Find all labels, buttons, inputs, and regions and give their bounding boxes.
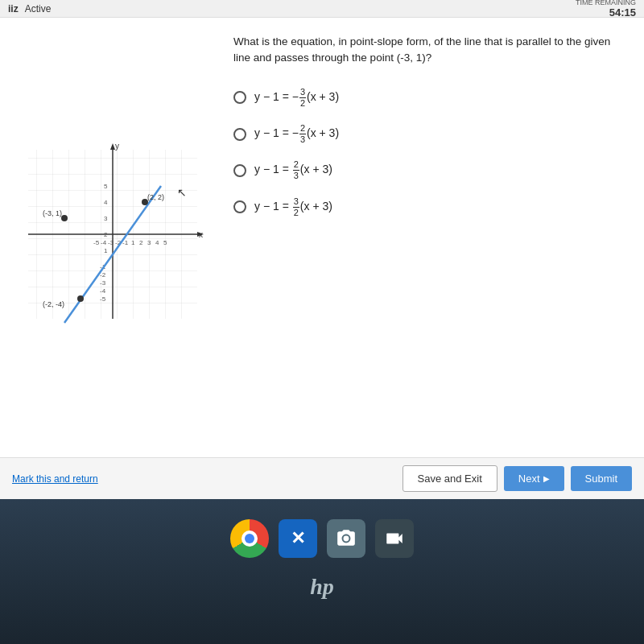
svg-text:-4: -4	[100, 287, 106, 295]
svg-text:4: 4	[104, 199, 108, 206]
svg-text:(-3, 1): (-3, 1)	[43, 209, 62, 217]
fraction-b: 23	[299, 123, 306, 145]
next-button[interactable]: Next	[504, 466, 564, 491]
question-panel: What is the equation, in point-slope for…	[217, 18, 644, 451]
graph-panel: x y -5 -4 -3 -2 -1 1 2 3 4 5 5 4 3	[0, 18, 217, 451]
coordinate-graph: x y -5 -4 -3 -2 -1 1 2 3 4 5 5 4 3	[20, 142, 205, 327]
svg-text:1: 1	[131, 239, 135, 246]
bottom-bar: Mark this and return Save and Exit Next …	[0, 457, 644, 499]
svg-text:↖: ↖	[177, 186, 187, 199]
option-b[interactable]: y − 1 = −23(x + 3)	[233, 123, 620, 145]
chrome-icon[interactable]	[230, 519, 269, 558]
option-c[interactable]: y − 1 = 23(x + 3)	[233, 159, 620, 181]
x-app-icon[interactable]: ✕	[279, 519, 317, 558]
fraction-a: 32	[299, 87, 306, 109]
active-label: Active	[25, 3, 52, 14]
svg-text:4: 4	[155, 239, 159, 246]
bottom-buttons: Save and Exit Next Submit	[402, 465, 632, 492]
option-d-text: y − 1 = 32(x + 3)	[254, 196, 332, 218]
content-area: x y -5 -4 -3 -2 -1 1 2 3 4 5 5 4 3	[0, 18, 644, 451]
svg-text:x: x	[199, 230, 203, 239]
taskbar-icons: ✕	[230, 519, 414, 558]
svg-text:5: 5	[104, 183, 108, 190]
svg-text:-3: -3	[108, 239, 114, 246]
options-list: y − 1 = −32(x + 3) y − 1 = −23(x + 3) y …	[233, 87, 620, 219]
radio-c[interactable]	[233, 164, 246, 177]
svg-text:-5: -5	[93, 239, 100, 246]
mark-return-link[interactable]: Mark this and return	[12, 473, 98, 485]
svg-text:2: 2	[139, 239, 143, 246]
top-bar: iiz Active TIME REMAINING 54:15	[0, 0, 644, 18]
screen: iiz Active TIME REMAINING 54:15	[0, 0, 644, 499]
option-d[interactable]: y − 1 = 32(x + 3)	[233, 196, 620, 218]
svg-text:-5: -5	[100, 295, 106, 303]
svg-text:3: 3	[104, 215, 108, 222]
radio-d[interactable]	[233, 200, 246, 213]
graph-container: x y -5 -4 -3 -2 -1 1 2 3 4 5 5 4 3	[20, 142, 205, 327]
svg-text:2: 2	[104, 231, 108, 238]
quiz-label: iiz	[8, 3, 19, 14]
save-exit-button[interactable]: Save and Exit	[402, 465, 497, 492]
time-remaining: TIME REMAINING 54:15	[576, 0, 636, 18]
svg-text:3: 3	[147, 239, 151, 246]
camera-icon[interactable]	[327, 519, 365, 558]
svg-text:-4: -4	[101, 239, 107, 246]
fraction-c: 23	[293, 159, 299, 181]
radio-a[interactable]	[233, 91, 246, 104]
option-c-text: y − 1 = 23(x + 3)	[254, 159, 332, 181]
svg-text:5: 5	[163, 239, 167, 246]
video-icon[interactable]	[375, 519, 414, 558]
svg-text:(2, 2): (2, 2)	[147, 193, 164, 201]
svg-text:(-2, -4): (-2, -4)	[43, 300, 64, 308]
svg-text:1: 1	[104, 247, 108, 254]
svg-point-33	[77, 295, 84, 302]
svg-text:y: y	[115, 142, 119, 151]
fraction-d: 32	[293, 196, 299, 218]
option-a-text: y − 1 = −32(x + 3)	[254, 87, 339, 109]
option-a[interactable]: y − 1 = −32(x + 3)	[233, 87, 620, 109]
option-b-text: y − 1 = −23(x + 3)	[254, 123, 339, 145]
hp-logo: hp	[310, 574, 334, 600]
svg-point-29	[61, 215, 68, 221]
radio-b[interactable]	[233, 128, 246, 141]
question-text: What is the equation, in point-slope for…	[233, 34, 620, 67]
time-remaining-label: TIME REMAINING	[576, 0, 636, 6]
time-value: 54:15	[609, 6, 636, 19]
svg-text:-3: -3	[100, 279, 106, 287]
submit-button[interactable]: Submit	[571, 466, 632, 491]
taskbar: ✕ hp	[0, 499, 644, 644]
